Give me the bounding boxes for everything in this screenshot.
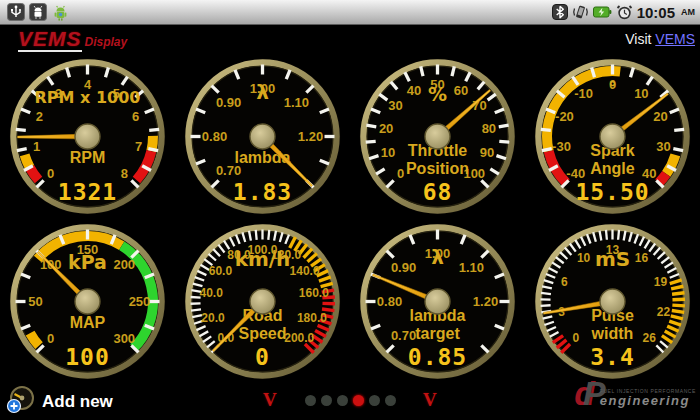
tick-label: 80	[482, 121, 496, 136]
gauge-unit: RPM x 1000	[35, 88, 141, 107]
gauge-throttle[interactable]: 0102030405060708090100%ThrottlePosition6…	[350, 54, 525, 219]
tick-label: 140.0	[290, 264, 320, 278]
page-dot[interactable]	[385, 395, 396, 406]
gauge-hub	[250, 124, 275, 149]
visit-label: Visit	[625, 31, 651, 47]
tick-label: 7	[135, 139, 142, 154]
gauge-name: MAP	[70, 314, 106, 331]
vems-logo: VEMS Display	[18, 28, 127, 52]
tick-label: 40	[407, 83, 421, 98]
gauge-unit: λ	[256, 80, 269, 104]
gauge-throttle-dial: 0102030405060708090100%ThrottlePosition6…	[350, 54, 525, 219]
gauge-hub	[600, 124, 625, 149]
gauge-unit: km/h	[235, 247, 291, 271]
status-bar-right-icons: 10:05 AM	[552, 4, 700, 21]
gauge-value: 0	[255, 344, 270, 370]
visit-vems: Visit VEMS	[625, 31, 695, 47]
tick-label: 1	[33, 139, 40, 154]
gauge-hub	[425, 289, 450, 314]
tick-label: 200.0	[284, 331, 314, 345]
gauge-unit: %	[428, 83, 447, 105]
tick-label: -20	[555, 109, 574, 124]
gauge-rpm[interactable]: 012345678RPM x 1000RPM1321	[0, 54, 175, 219]
tick-label: 2	[36, 109, 43, 124]
gauge-hub	[75, 124, 100, 149]
page-dot-active[interactable]	[353, 395, 364, 406]
gauge-value: 100	[65, 344, 110, 370]
android-status-bar[interactable]: 10:05 AM	[0, 0, 700, 25]
tick-label: 0.90	[391, 260, 416, 275]
android-app-icon	[51, 3, 70, 22]
gauge-zone	[659, 174, 666, 183]
dp-logo-text: FUEL INJECTION PERFORMANCE engineering	[600, 388, 696, 407]
tick-label: 160.0	[299, 286, 329, 300]
page-dot[interactable]	[369, 395, 380, 406]
tick-label: 26	[643, 331, 657, 345]
tick-label: 30	[656, 139, 670, 154]
tick-label: 0.70	[391, 328, 416, 343]
tick-label: 300	[113, 331, 135, 346]
gauge-name: Angle	[590, 160, 635, 177]
tick-label: 6	[561, 275, 568, 289]
warning-indicator-throttle: V	[423, 390, 437, 409]
gauge-pulse_width[interactable]: 036101316192226mSPulsewidth3.4	[525, 219, 700, 384]
add-new-button[interactable]: Add new	[6, 386, 113, 418]
gauge-lambda[interactable]: 0.700.800.901.001.101.20λlambda1.83	[175, 54, 350, 219]
tick-label: 10	[381, 145, 395, 160]
tick-label: 250	[129, 294, 151, 309]
gauge-speed[interactable]: 0.020.040.060.080.0100.0120.0140.0160.01…	[175, 219, 350, 384]
gauge-name: Speed	[238, 325, 286, 342]
page-dot[interactable]	[337, 395, 348, 406]
gauge-value: 68	[423, 179, 453, 205]
tick-label: 180.0	[297, 311, 327, 325]
clock-time: 10:05	[637, 4, 675, 21]
gauge-lambda_target[interactable]: 0.700.800.901.001.101.20λlambdatarget0.8…	[350, 219, 525, 384]
tick-label: 1.10	[459, 260, 484, 275]
gauge-value: 0.85	[408, 344, 467, 370]
tick-label: 1.20	[298, 129, 323, 144]
tick-label: 0	[47, 166, 54, 181]
tick-label: 19	[654, 275, 668, 289]
tick-label: 1.10	[284, 95, 309, 110]
tick-label: 0.80	[202, 129, 227, 144]
bluetooth-icon	[552, 4, 568, 20]
tick-label: 50	[28, 294, 42, 309]
warning-indicator-lambda: V	[263, 390, 277, 409]
tick-label: 40.0	[199, 286, 223, 300]
gauge-value: 15.50	[575, 179, 649, 205]
tick-label: -10	[574, 86, 593, 101]
gauge-grid: 012345678RPM x 1000RPM13210.700.800.901.…	[0, 54, 700, 384]
gauge-name: target	[415, 325, 460, 342]
tick-label: 0	[572, 331, 579, 345]
tick-label: 60	[454, 83, 468, 98]
gauge-spark[interactable]: -40-30-20-10010203040°SparkAngle15.50	[525, 54, 700, 219]
gauge-hub	[425, 124, 450, 149]
gauge-unit: kPa	[68, 251, 107, 273]
gauge-pulse_width-dial: 036101316192226mSPulsewidth3.4	[525, 219, 700, 384]
page-dot[interactable]	[321, 395, 332, 406]
app-header: VEMS Display Visit VEMS	[0, 25, 700, 54]
page-indicator[interactable]	[305, 395, 396, 406]
tick-label: 60.0	[209, 264, 233, 278]
gauge-zone	[25, 155, 30, 167]
dp-logo-name: engineering	[600, 394, 690, 407]
gauge-lambda-dial: 0.700.800.901.001.101.20λlambda1.83	[175, 54, 350, 219]
alarm-icon	[616, 4, 633, 21]
tick-label: -30	[552, 139, 571, 154]
gauge-unit: λ	[431, 245, 444, 269]
tick-label: 6	[132, 109, 139, 124]
vems-logo-subtext: Display	[85, 35, 128, 49]
tick-label: 0	[47, 331, 54, 346]
gauge-rpm-dial: 012345678RPM x 1000RPM1321	[0, 54, 175, 219]
gauge-map[interactable]: 050100150200250300kPaMAP100	[0, 219, 175, 384]
vems-link[interactable]: VEMS	[655, 31, 695, 47]
page-dot[interactable]	[305, 395, 316, 406]
tick-label: 20	[379, 121, 393, 136]
tick-label: 1.20	[473, 294, 498, 309]
tick-label: 200	[113, 257, 135, 272]
add-gauge-icon	[6, 386, 36, 418]
gauge-hub	[250, 289, 275, 314]
gauge-value: 1.83	[233, 179, 292, 205]
gauge-value: 3.4	[590, 344, 635, 370]
vems-display-screen: 10:05 AM VEMS Display Visit VEMS 0123456…	[0, 0, 700, 420]
